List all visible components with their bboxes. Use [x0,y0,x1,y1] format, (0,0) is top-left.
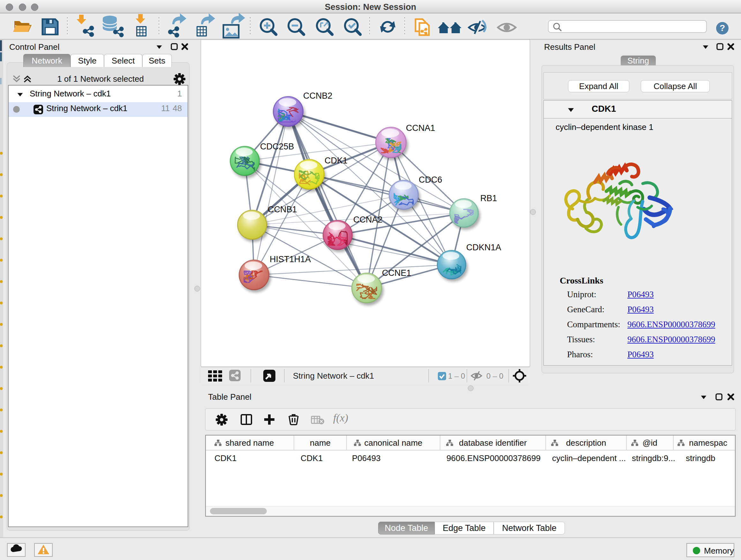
svg-text:HIST1H1A: HIST1H1A [270,254,311,264]
svg-text:CDK1: CDK1 [325,156,347,165]
svg-text:1 – 0: 1 – 0 [448,372,465,380]
svg-text:CCNB2: CCNB2 [303,91,333,101]
svg-text:CCNB1: CCNB1 [268,205,297,214]
svg-text:CDC6: CDC6 [419,175,442,185]
svg-text:0 – 0: 0 – 0 [486,372,503,380]
svg-text:CCNA2: CCNA2 [353,215,383,225]
svg-text:CDC25B: CDC25B [260,142,294,151]
svg-text:RB1: RB1 [480,193,497,203]
svg-text:CDKN1A: CDKN1A [466,243,501,252]
svg-text:CCNA1: CCNA1 [406,123,435,133]
svg-text:CCNE1: CCNE1 [382,268,411,278]
